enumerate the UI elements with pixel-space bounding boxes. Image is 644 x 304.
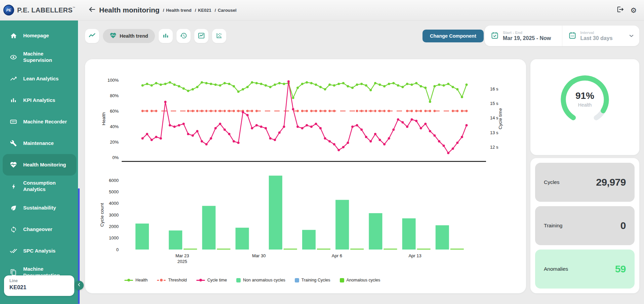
sidebar-item-homepage[interactable]: Homepage	[0, 25, 80, 46]
changeover-icon	[9, 226, 17, 233]
cycle-time-line-swatch	[196, 280, 205, 281]
interval-select[interactable]: Interval Last 30 days	[562, 26, 640, 46]
svg-text:5000: 5000	[109, 189, 119, 194]
sidebar-item-health-monitoring[interactable]: Health Monitoring	[3, 154, 76, 176]
svg-text:40%: 40%	[110, 124, 119, 129]
home-icon	[9, 32, 17, 39]
change-component-button[interactable]: Change Component	[422, 30, 484, 42]
svg-text:16 s: 16 s	[490, 86, 498, 91]
stats-card: Cycles 29,979 Training 0 Anomalies 59	[530, 158, 639, 293]
svg-text:6000: 6000	[109, 178, 119, 183]
threshold-line-swatch	[157, 280, 166, 281]
heart-pulse-icon	[9, 161, 17, 168]
calendar-check-icon	[491, 31, 499, 41]
back-button[interactable]	[87, 5, 97, 15]
gauge-caption: Health	[556, 102, 613, 108]
gear-icon: ⚙	[631, 7, 637, 14]
health-line-swatch	[124, 280, 133, 281]
chart-legend: Health Threshold Cycle time Non anomalou…	[124, 278, 380, 282]
sidebar: Homepage Machine Supervision Lean Analyt…	[0, 21, 80, 304]
settings-button[interactable]: ⚙	[629, 6, 638, 14]
sidebar-item-changeover[interactable]: Changeover	[0, 219, 80, 240]
svg-text:14 s: 14 s	[490, 115, 498, 120]
view-switcher: Health trend	[85, 29, 226, 43]
stat-cycles-label: Cycles	[544, 179, 560, 185]
interval-value: Last 30 days	[580, 35, 613, 41]
stat-anomalies-value: 59	[615, 263, 626, 275]
view-button-scatter[interactable]	[212, 29, 226, 43]
heart-pulse-icon	[110, 32, 117, 40]
sidebar-item-machine-recorder[interactable]: Machine Recorder	[0, 111, 80, 132]
interval-label: Interval	[580, 31, 613, 35]
leaf-icon	[9, 204, 17, 212]
logout-button[interactable]	[616, 6, 625, 14]
sidebar-item-maintenance[interactable]: Maintenance	[0, 132, 80, 154]
svg-text:4000: 4000	[109, 201, 119, 206]
sidebar-item-lean-analytics[interactable]: Lean Analytics	[0, 68, 80, 89]
line-selector[interactable]: Line KE021	[4, 275, 74, 296]
scatter-plot-icon	[215, 32, 223, 40]
calendar-icon	[568, 31, 576, 41]
tab-health-trend-label: Health trend	[120, 33, 148, 39]
recorder-icon	[9, 118, 17, 125]
svg-text:Mar 30: Mar 30	[252, 253, 266, 258]
sidebar-item-consumption-analytics[interactable]: Consumption Analytics	[0, 176, 80, 197]
sidebar-item-machine-supervision[interactable]: Machine Supervision	[0, 46, 80, 68]
line-selector-value: KE021	[9, 284, 69, 291]
history-icon	[180, 32, 187, 40]
sidebar-item-kpi-analytics[interactable]: KPI Analytics	[0, 89, 80, 111]
breadcrumb-item-carousel[interactable]: Carousel	[215, 8, 237, 13]
legend-item-cycle-time[interactable]: Cycle time	[196, 278, 227, 282]
view-button-bar-chart[interactable]	[159, 29, 173, 43]
sidebar-item-spc-analysis[interactable]: SPC Analysis	[0, 240, 80, 262]
view-button-trend-box[interactable]	[194, 29, 208, 43]
view-button-health-index[interactable]	[85, 29, 99, 43]
logout-icon	[617, 6, 624, 14]
sidebar-collapse-button[interactable]	[75, 281, 84, 290]
non-anomalous-swatch	[236, 278, 241, 282]
legend-item-non-anomalous[interactable]: Non anomalous cycles	[236, 278, 285, 282]
svg-text:3000: 3000	[109, 213, 119, 218]
svg-text:Mar 23: Mar 23	[175, 253, 189, 258]
svg-text:100%: 100%	[108, 78, 119, 83]
legend-item-training[interactable]: Training Cycles	[295, 278, 330, 282]
cycle-count-bar-chart: 0100020003000400050006000Cycle countMar …	[85, 169, 526, 266]
chart-trend-box-icon	[198, 32, 205, 40]
sidebar-item-sustainability[interactable]: Sustainability	[0, 197, 80, 219]
stat-training-value: 0	[620, 220, 626, 231]
brand-name: P.E. LABELLERS™	[17, 6, 75, 14]
bolt-icon	[9, 183, 17, 190]
breadcrumb-item-health-trend[interactable]: Health trend	[163, 8, 192, 13]
wrench-icon	[9, 140, 17, 147]
bar-chart-icon	[9, 97, 17, 104]
svg-text:80%: 80%	[110, 93, 119, 98]
svg-text:Health: Health	[101, 112, 106, 125]
double-check-icon	[9, 247, 17, 255]
health-gauge: 91% Health	[556, 71, 613, 128]
date-range-picker[interactable]: Start - End Mar 19, 2025 - Now	[485, 26, 562, 46]
svg-text:2000: 2000	[109, 224, 119, 229]
gauge-value: 91%	[556, 90, 613, 101]
svg-text:2025: 2025	[177, 259, 187, 264]
breadcrumb: Health trend KE021 Carousel	[163, 8, 237, 13]
stat-anomalies: Anomalies 59	[535, 250, 635, 289]
legend-item-threshold[interactable]: Threshold	[157, 278, 187, 282]
breadcrumb-item-ke021[interactable]: KE021	[195, 8, 211, 13]
line-selector-label: Line	[9, 278, 69, 283]
svg-text:20%: 20%	[110, 140, 119, 145]
chevron-down-icon	[628, 33, 635, 40]
stat-cycles-value: 29,979	[596, 177, 626, 188]
back-arrow-icon	[88, 5, 96, 15]
legend-item-anomalous[interactable]: Anomalous cycles	[340, 278, 380, 282]
legend-item-health[interactable]: Health	[124, 278, 148, 282]
training-swatch	[295, 278, 299, 282]
anomalous-swatch	[340, 278, 344, 282]
eye-icon	[9, 53, 17, 61]
stat-training: Training 0	[535, 206, 635, 245]
app-header: PE P.E. LABELLERS™ Health monitoring Hea…	[0, 0, 644, 21]
svg-text:1000: 1000	[109, 235, 119, 240]
view-button-history[interactable]	[176, 29, 191, 43]
svg-text:0: 0	[116, 247, 119, 252]
tab-health-trend[interactable]: Health trend	[103, 29, 155, 43]
health-trend-chart-card: 100%80%60%40%20%0%16 s15 s14 s13 s12 sHe…	[85, 59, 526, 293]
